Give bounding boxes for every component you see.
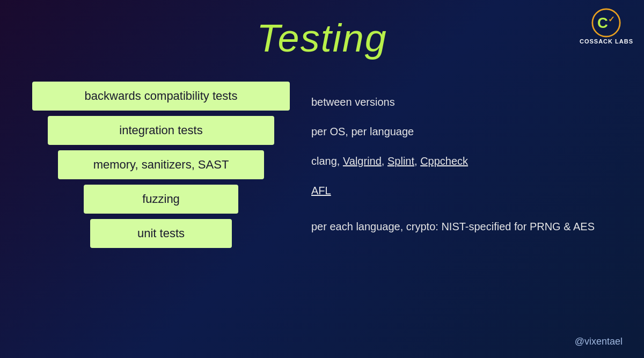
test-box-backwards-compat: backwards compatibility tests	[32, 82, 290, 111]
content-area: backwards compatibility tests integratio…	[0, 82, 644, 248]
page-title: Testing	[257, 16, 387, 60]
desc-tools: clang, Valgrind, Splint, Cppcheck	[311, 146, 612, 176]
svg-text:✓: ✓	[609, 15, 616, 24]
twitter-handle: @vixentael	[575, 336, 623, 347]
slide: C ✓ COSSACK LABS Testing backwards compa…	[0, 0, 644, 358]
splint-link: Splint	[387, 155, 414, 167]
desc-afl: AFL	[311, 176, 612, 205]
cossack-logo-icon: C ✓	[591, 8, 621, 38]
logo-text: COSSACK LABS	[580, 38, 633, 45]
test-box-integration: integration tests	[48, 116, 274, 145]
valgrind-link: Valgrind	[343, 155, 382, 167]
test-box-unit: unit tests	[90, 219, 232, 248]
left-column: backwards compatibility tests integratio…	[32, 82, 290, 248]
test-box-memory: memory, sanitizers, SAST	[58, 150, 264, 179]
svg-text:C: C	[597, 14, 608, 31]
desc-between-versions: between versions	[311, 87, 612, 116]
desc-per-os: per OS, per language	[311, 116, 612, 146]
test-box-fuzzing: fuzzing	[84, 185, 238, 214]
afl-link: AFL	[311, 183, 331, 198]
logo: C ✓ COSSACK LABS	[580, 8, 633, 45]
desc-unit-detail: per each language, crypto: NIST-specifie…	[311, 205, 612, 248]
cppcheck-link: Cppcheck	[420, 155, 468, 167]
right-column: between versions per OS, per language cl…	[311, 82, 612, 248]
